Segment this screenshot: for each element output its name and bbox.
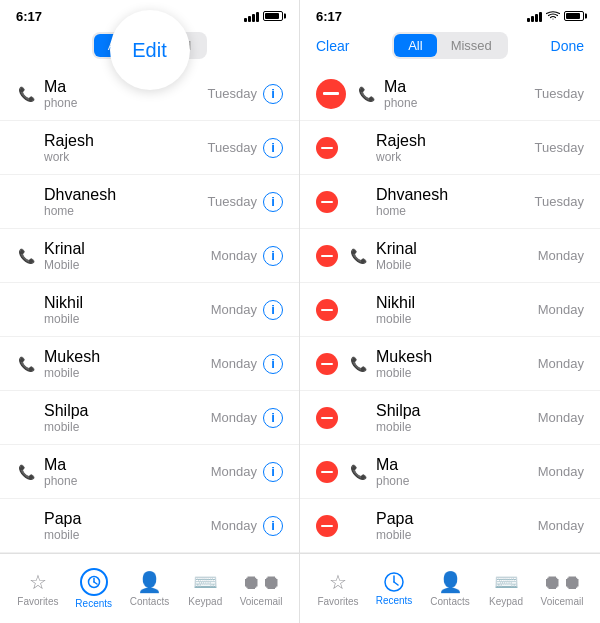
- tab-all-right[interactable]: All: [394, 34, 436, 57]
- call-day: Tuesday: [535, 140, 584, 155]
- call-item[interactable]: Nikhil mobile Monday: [300, 283, 600, 337]
- tab-missed-right[interactable]: Missed: [437, 34, 506, 57]
- tab-voicemail-label: Voicemail: [240, 596, 283, 607]
- call-item[interactable]: 📞 Krinal Mobile Monday i: [0, 229, 299, 283]
- call-name: Papa: [44, 509, 211, 528]
- call-meta: Tuesday i: [208, 84, 283, 104]
- delete-button[interactable]: [316, 353, 338, 375]
- info-button[interactable]: i: [263, 84, 283, 104]
- call-list-right: 📞 Ma phone Tuesday Rajesh work Tuesday: [300, 67, 600, 553]
- delete-button[interactable]: [316, 461, 338, 483]
- call-meta: Tuesday: [535, 194, 584, 209]
- delete-button[interactable]: [316, 407, 338, 429]
- call-meta: Tuesday: [535, 140, 584, 155]
- call-item[interactable]: 📞 Ma phone Monday: [300, 445, 600, 499]
- call-name: Mukesh: [376, 347, 538, 366]
- call-item[interactable]: 📞 Ma phone Monday i: [0, 445, 299, 499]
- call-info: Rajesh work: [44, 131, 208, 165]
- star-icon-right: ☆: [329, 570, 347, 594]
- call-item[interactable]: Papa mobile Monday i: [0, 499, 299, 553]
- filter-tabs-right: All Missed: [392, 32, 508, 59]
- delete-button[interactable]: [316, 137, 338, 159]
- call-type: mobile: [376, 420, 538, 434]
- tab-recents[interactable]: Recents: [66, 568, 122, 609]
- edit-overlay[interactable]: Edit: [110, 10, 190, 90]
- call-info: Mukesh mobile: [44, 347, 211, 381]
- tab-recents-right[interactable]: Recents: [366, 571, 422, 606]
- tab-keypad[interactable]: ⌨️ Keypad: [177, 570, 233, 607]
- tab-voicemail-right[interactable]: ⏺⏺ Voicemail: [534, 571, 590, 607]
- info-button[interactable]: i: [263, 300, 283, 320]
- info-button[interactable]: i: [263, 516, 283, 536]
- call-type: phone: [376, 474, 538, 488]
- call-list-left: 📞 Ma phone Tuesday i Rajesh work Tuesday…: [0, 67, 299, 553]
- call-day: Monday: [538, 248, 584, 263]
- call-item[interactable]: Dhvanesh home Tuesday: [300, 175, 600, 229]
- tab-favorites-right[interactable]: ☆ Favorites: [310, 570, 366, 607]
- left-panel: 6:17 All Missed Edit 📞: [0, 0, 300, 623]
- info-button[interactable]: i: [263, 138, 283, 158]
- tab-favorites-label: Favorites: [17, 596, 58, 607]
- call-item[interactable]: 📞 Mukesh mobile Monday i: [0, 337, 299, 391]
- call-name: Krinal: [44, 239, 211, 258]
- keypad-icon-right: ⌨️: [494, 570, 519, 594]
- status-bar-right: 6:17: [300, 0, 600, 28]
- call-info: Ma phone: [376, 455, 538, 489]
- delete-button[interactable]: [316, 245, 338, 267]
- call-info: Shilpa mobile: [376, 401, 538, 435]
- call-info: Krinal Mobile: [376, 239, 538, 273]
- call-type: phone: [44, 96, 208, 110]
- info-button[interactable]: i: [263, 246, 283, 266]
- call-meta: Monday: [538, 410, 584, 425]
- tab-voicemail[interactable]: ⏺⏺ Voicemail: [233, 571, 289, 607]
- call-item[interactable]: Papa mobile Monday: [300, 499, 600, 553]
- tab-bar-left: ☆ Favorites Recents 👤 Contacts ⌨️ Keypad: [0, 553, 299, 623]
- edit-label[interactable]: Edit: [132, 39, 166, 62]
- call-info: Dhvanesh home: [376, 185, 535, 219]
- call-day: Monday: [211, 248, 257, 263]
- call-day: Monday: [538, 464, 584, 479]
- call-item[interactable]: 📞 Krinal Mobile Monday: [300, 229, 600, 283]
- call-type: phone: [44, 474, 211, 488]
- status-time-right: 6:17: [316, 9, 342, 24]
- tab-favorites[interactable]: ☆ Favorites: [10, 570, 66, 607]
- delete-button[interactable]: [316, 515, 338, 537]
- keypad-icon: ⌨️: [193, 570, 218, 594]
- call-meta: Monday i: [211, 246, 283, 266]
- contacts-icon: 👤: [137, 570, 162, 594]
- tab-keypad-right[interactable]: ⌨️ Keypad: [478, 570, 534, 607]
- call-meta: Monday: [538, 248, 584, 263]
- info-button[interactable]: i: [263, 462, 283, 482]
- call-item[interactable]: 📞 Ma phone Tuesday: [300, 67, 600, 121]
- phone-icon: 📞: [348, 356, 368, 372]
- call-info: Ma phone: [44, 455, 211, 489]
- call-meta: Monday i: [211, 462, 283, 482]
- phone-icon: 📞: [16, 86, 36, 102]
- info-button[interactable]: i: [263, 354, 283, 374]
- delete-button[interactable]: [316, 79, 346, 109]
- svg-line-2: [94, 582, 97, 584]
- call-day: Monday: [211, 464, 257, 479]
- tab-contacts[interactable]: 👤 Contacts: [122, 570, 178, 607]
- call-item[interactable]: Rajesh work Tuesday: [300, 121, 600, 175]
- done-button[interactable]: Done: [551, 38, 584, 54]
- call-type: mobile: [376, 366, 538, 380]
- call-type: mobile: [376, 528, 538, 542]
- call-item[interactable]: Rajesh work Tuesday i: [0, 121, 299, 175]
- clear-button[interactable]: Clear: [316, 38, 349, 54]
- call-item[interactable]: Dhvanesh home Tuesday i: [0, 175, 299, 229]
- phone-icon: 📞: [356, 86, 376, 102]
- tab-contacts-right[interactable]: 👤 Contacts: [422, 570, 478, 607]
- voicemail-icon-right: ⏺⏺: [542, 571, 582, 594]
- info-button[interactable]: i: [263, 192, 283, 212]
- header-right: Clear All Missed Done: [300, 28, 600, 67]
- call-item[interactable]: Nikhil mobile Monday i: [0, 283, 299, 337]
- delete-button[interactable]: [316, 299, 338, 321]
- call-item[interactable]: Shilpa mobile Monday: [300, 391, 600, 445]
- tab-recents-label-right: Recents: [376, 595, 413, 606]
- call-info: Papa mobile: [44, 509, 211, 543]
- call-item[interactable]: Shilpa mobile Monday i: [0, 391, 299, 445]
- delete-button[interactable]: [316, 191, 338, 213]
- call-item[interactable]: 📞 Mukesh mobile Monday: [300, 337, 600, 391]
- info-button[interactable]: i: [263, 408, 283, 428]
